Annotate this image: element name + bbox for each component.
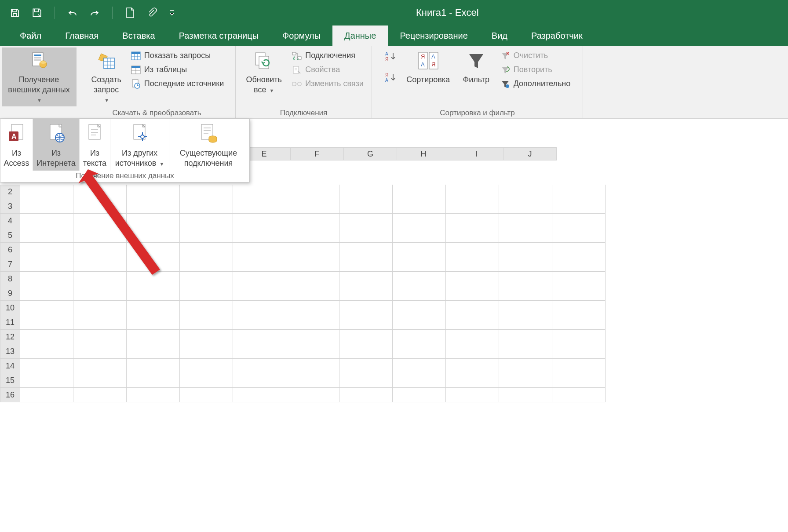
cell[interactable] xyxy=(233,301,286,315)
cell[interactable] xyxy=(180,214,233,228)
cell[interactable] xyxy=(127,257,180,272)
cell[interactable] xyxy=(180,373,233,388)
tab-view[interactable]: Вид xyxy=(480,26,519,46)
qat-customize-icon[interactable] xyxy=(168,7,176,19)
cell[interactable] xyxy=(552,301,606,315)
cell[interactable] xyxy=(393,344,446,359)
cell[interactable] xyxy=(73,243,127,257)
row-header[interactable]: 2 xyxy=(0,185,20,199)
cell[interactable] xyxy=(286,373,339,388)
cell[interactable] xyxy=(393,199,446,214)
cell[interactable] xyxy=(73,272,127,286)
cell[interactable] xyxy=(73,315,127,330)
tab-review[interactable]: Рецензирование xyxy=(388,26,479,46)
cell[interactable] xyxy=(552,373,606,388)
cell[interactable] xyxy=(499,359,552,373)
cell[interactable] xyxy=(233,228,286,243)
cell[interactable] xyxy=(339,330,393,344)
cell[interactable] xyxy=(180,243,233,257)
tab-data[interactable]: Данные xyxy=(332,26,388,46)
cell[interactable] xyxy=(233,344,286,359)
cell[interactable] xyxy=(499,344,552,359)
cell[interactable] xyxy=(286,315,339,330)
cell[interactable] xyxy=(127,228,180,243)
cell[interactable] xyxy=(20,315,73,330)
cell[interactable] xyxy=(180,185,233,199)
cell[interactable] xyxy=(286,257,339,272)
cell[interactable] xyxy=(552,359,606,373)
row-header[interactable]: 14 xyxy=(0,359,20,373)
cell[interactable] xyxy=(20,286,73,301)
cell[interactable] xyxy=(446,315,499,330)
cell[interactable] xyxy=(233,243,286,257)
cell[interactable] xyxy=(286,286,339,301)
cell[interactable] xyxy=(180,301,233,315)
cell[interactable] xyxy=(339,185,393,199)
from-web-button[interactable]: Из Интернета xyxy=(33,119,80,171)
cell[interactable] xyxy=(499,286,552,301)
cell[interactable] xyxy=(73,373,127,388)
cell[interactable] xyxy=(393,315,446,330)
cell[interactable] xyxy=(127,330,180,344)
cell[interactable] xyxy=(180,330,233,344)
cell[interactable] xyxy=(552,185,606,199)
row-header[interactable]: 16 xyxy=(0,388,20,402)
cell[interactable] xyxy=(286,199,339,214)
cell[interactable] xyxy=(286,228,339,243)
cell[interactable] xyxy=(499,228,552,243)
cell[interactable] xyxy=(20,388,73,402)
cell[interactable] xyxy=(339,301,393,315)
cell[interactable] xyxy=(446,257,499,272)
cell[interactable] xyxy=(393,185,446,199)
tab-insert[interactable]: Вставка xyxy=(110,26,167,46)
cell[interactable] xyxy=(73,301,127,315)
cell[interactable] xyxy=(73,199,127,214)
cell[interactable] xyxy=(180,257,233,272)
cell[interactable] xyxy=(339,344,393,359)
cell[interactable] xyxy=(446,388,499,402)
cell[interactable] xyxy=(180,272,233,286)
cell[interactable] xyxy=(393,359,446,373)
tab-layout[interactable]: Разметка страницы xyxy=(167,26,270,46)
cell[interactable] xyxy=(127,286,180,301)
cell[interactable] xyxy=(233,214,286,228)
column-header[interactable]: F xyxy=(291,147,344,160)
cell[interactable] xyxy=(20,344,73,359)
cell[interactable] xyxy=(73,330,127,344)
cell[interactable] xyxy=(20,214,73,228)
cell[interactable] xyxy=(233,199,286,214)
recent-sources-button[interactable]: Последние источники xyxy=(128,77,227,91)
cell[interactable] xyxy=(446,359,499,373)
cell[interactable] xyxy=(552,257,606,272)
cell[interactable] xyxy=(499,185,552,199)
cell[interactable] xyxy=(233,272,286,286)
cell[interactable] xyxy=(127,243,180,257)
cell[interactable] xyxy=(233,315,286,330)
cell[interactable] xyxy=(339,199,393,214)
cell[interactable] xyxy=(393,272,446,286)
sort-desc-button[interactable]: ЯА xyxy=(383,71,398,86)
row-header[interactable]: 13 xyxy=(0,344,20,359)
cell[interactable] xyxy=(286,330,339,344)
cell[interactable] xyxy=(499,315,552,330)
redo-icon[interactable] xyxy=(88,7,101,19)
cell[interactable] xyxy=(393,243,446,257)
row-header[interactable]: 15 xyxy=(0,373,20,388)
cell[interactable] xyxy=(20,330,73,344)
tab-formulas[interactable]: Формулы xyxy=(270,26,332,46)
cell[interactable] xyxy=(233,388,286,402)
refresh-all-button[interactable]: Обновить все ▼ xyxy=(241,47,287,96)
cell[interactable] xyxy=(73,214,127,228)
column-header[interactable]: G xyxy=(344,147,397,160)
cell[interactable] xyxy=(180,228,233,243)
cell[interactable] xyxy=(552,214,606,228)
cell[interactable] xyxy=(180,359,233,373)
cell[interactable] xyxy=(446,243,499,257)
existing-connections-button[interactable]: Существующие подключения xyxy=(169,119,248,171)
cell[interactable] xyxy=(20,228,73,243)
cell[interactable] xyxy=(393,373,446,388)
cell[interactable] xyxy=(446,199,499,214)
row-header[interactable]: 7 xyxy=(0,257,20,272)
new-file-icon[interactable] xyxy=(124,7,136,19)
cell[interactable] xyxy=(127,214,180,228)
